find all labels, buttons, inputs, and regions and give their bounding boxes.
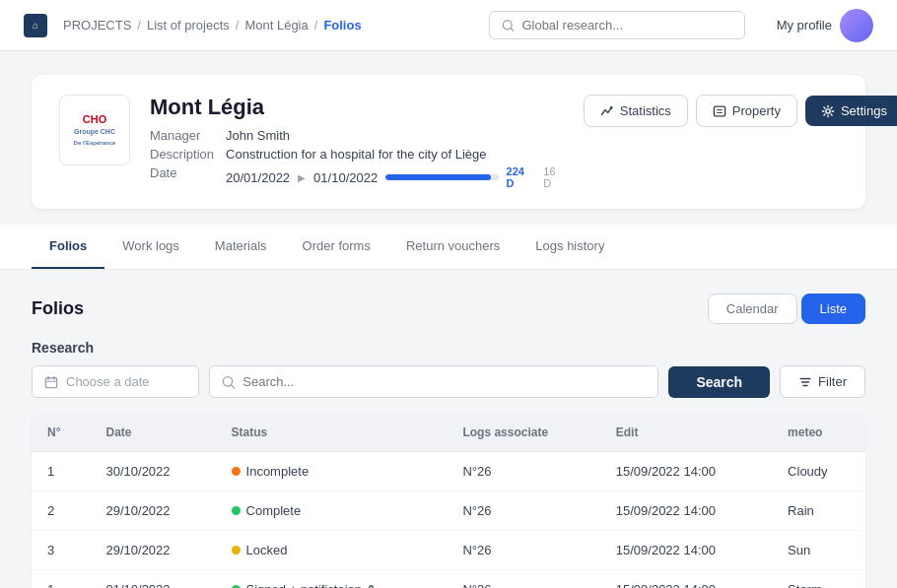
profile-label: My profile [777, 18, 832, 33]
cell-meteo: Sun [772, 531, 865, 570]
breadcrumb-sep-1: / [137, 18, 141, 33]
home-icon: ⌂ [33, 20, 38, 31]
research-controls: Choose a date Search Filter [32, 365, 865, 398]
global-search-input[interactable] [521, 18, 731, 33]
cell-num: 1 [32, 452, 91, 491]
cell-date: 30/10/2022 [91, 452, 216, 491]
project-logo: CHO Groupe CHC De l'Espérance [59, 95, 130, 165]
table-row[interactable]: 1 30/10/2022 Incomplete N°26 15/09/2022 … [32, 452, 865, 491]
date-row: 20/01/2022 ▶ 01/10/2022 224 D 16 D [226, 165, 564, 189]
tab-work-logs[interactable]: Work logs [104, 225, 197, 269]
breadcrumb: PROJECTS / List of projects / Mont Légia… [63, 18, 362, 33]
col-edit: Edit [600, 414, 772, 452]
settings-label: Settings [841, 103, 887, 118]
project-info: Mont Légia Manager John Smith Descriptio… [150, 95, 564, 189]
cell-logs: N°26 [447, 570, 599, 589]
property-label: Property [732, 103, 781, 118]
section-title: Folios [32, 298, 84, 319]
cell-logs: N°26 [447, 491, 599, 531]
property-icon [713, 104, 726, 118]
settings-button[interactable]: Settings [805, 96, 897, 126]
table-row[interactable]: 3 29/10/2022 Locked N°26 15/09/2022 14:0… [32, 531, 865, 570]
progress-bar [385, 174, 498, 180]
svg-point-6 [826, 108, 830, 112]
description-label: Description [150, 147, 214, 162]
calendar-icon [44, 375, 58, 389]
global-search-bar[interactable] [489, 11, 745, 39]
cell-num: 3 [32, 531, 91, 570]
cell-date: 29/10/2022 [91, 531, 216, 570]
cell-meteo: Rain [772, 491, 865, 531]
tab-logs-history[interactable]: Logs history [518, 225, 622, 269]
filter-label: Filter [818, 374, 847, 389]
project-logo-text: CHO Groupe CHC De l'Espérance [74, 113, 116, 148]
home-logo[interactable]: ⌂ [24, 14, 47, 37]
tab-order-forms[interactable]: Order forms [285, 225, 388, 269]
svg-line-12 [231, 384, 234, 387]
date-input[interactable]: Choose a date [32, 365, 199, 398]
top-navigation: ⌂ PROJECTS / List of projects / Mont Lég… [0, 0, 897, 51]
statistics-button[interactable]: Statistics [584, 95, 688, 127]
tab-folios[interactable]: Folios [32, 225, 104, 269]
breadcrumb-folios[interactable]: Folios [323, 18, 361, 33]
main-content: Folios Calendar Liste Research Choose a … [0, 270, 897, 588]
research-section: Research Choose a date Search [32, 340, 865, 398]
table-row[interactable]: 2 29/10/2022 Complete N°26 15/09/2022 14… [32, 491, 865, 531]
project-card-wrapper: CHO Groupe CHC De l'Espérance Mont Légia… [0, 51, 897, 209]
view-calendar-button[interactable]: Calendar [708, 294, 797, 324]
svg-line-1 [511, 28, 514, 31]
search-input[interactable] [242, 374, 646, 389]
tabs-wrapper: Folios Work logs Materials Order forms R… [0, 225, 897, 270]
cell-num: 2 [32, 491, 91, 531]
manager-label: Manager [150, 128, 214, 143]
cell-status: Locked [216, 531, 448, 570]
project-title: Mont Légia [150, 95, 564, 120]
date-to: 01/10/2022 [313, 170, 378, 185]
text-search[interactable] [209, 365, 658, 398]
property-button[interactable]: Property [696, 95, 797, 127]
col-num: N° [32, 414, 91, 452]
view-toggle: Calendar Liste [708, 294, 865, 324]
cell-logs: N°26 [447, 531, 599, 570]
project-card: CHO Groupe CHC De l'Espérance Mont Légia… [32, 75, 865, 209]
description-value: Construction for a hospital for the city… [226, 147, 564, 162]
date-from: 20/01/2022 [226, 170, 290, 185]
col-status: Status [216, 414, 448, 452]
section-header: Folios Calendar Liste [32, 294, 865, 324]
progress-fill [385, 174, 490, 180]
folios-table: N° Date Status Logs associate Edit meteo… [32, 414, 865, 588]
date-arrow: ▶ [298, 172, 306, 183]
table-body: 1 30/10/2022 Incomplete N°26 15/09/2022 … [32, 452, 865, 589]
breadcrumb-mont-legia[interactable]: Mont Légia [244, 18, 308, 33]
research-label: Research [32, 340, 865, 356]
table-row[interactable]: 1 01/10/2022 Signed + notifictaion N°26 … [32, 570, 865, 589]
svg-rect-3 [714, 106, 724, 116]
cell-edit: 15/09/2022 14:00 [600, 570, 772, 589]
cell-status: Signed + notifictaion [216, 570, 448, 589]
progress-days: 224 D [507, 165, 532, 189]
manager-value: John Smith [226, 128, 564, 143]
cell-date: 29/10/2022 [91, 491, 216, 531]
tab-return-vouchers[interactable]: Return vouchers [388, 225, 518, 269]
profile-button[interactable]: My profile [777, 9, 873, 42]
col-date: Date [91, 414, 216, 452]
tab-materials[interactable]: Materials [197, 225, 285, 269]
breadcrumb-sep-2: / [236, 18, 240, 33]
cell-date: 01/10/2022 [91, 570, 216, 589]
svg-rect-7 [45, 377, 56, 387]
breadcrumb-projects[interactable]: PROJECTS [63, 18, 131, 33]
folios-table-wrapper: N° Date Status Logs associate Edit meteo… [32, 414, 865, 588]
col-logs: Logs associate [447, 414, 599, 452]
breadcrumb-list-of-projects[interactable]: List of projects [147, 18, 230, 33]
table-header: N° Date Status Logs associate Edit meteo [32, 414, 865, 452]
search-button[interactable]: Search [668, 366, 770, 398]
cell-status: Complete [216, 491, 448, 531]
breadcrumb-sep-3: / [314, 18, 318, 33]
svg-point-2 [610, 106, 613, 109]
cell-meteo: Cloudy [772, 452, 865, 491]
project-meta: Manager John Smith Description Construct… [150, 128, 564, 189]
remaining-days: 16 D [543, 165, 563, 189]
view-liste-button[interactable]: Liste [801, 294, 865, 324]
date-label: Date [150, 165, 214, 189]
filter-button[interactable]: Filter [780, 365, 865, 398]
